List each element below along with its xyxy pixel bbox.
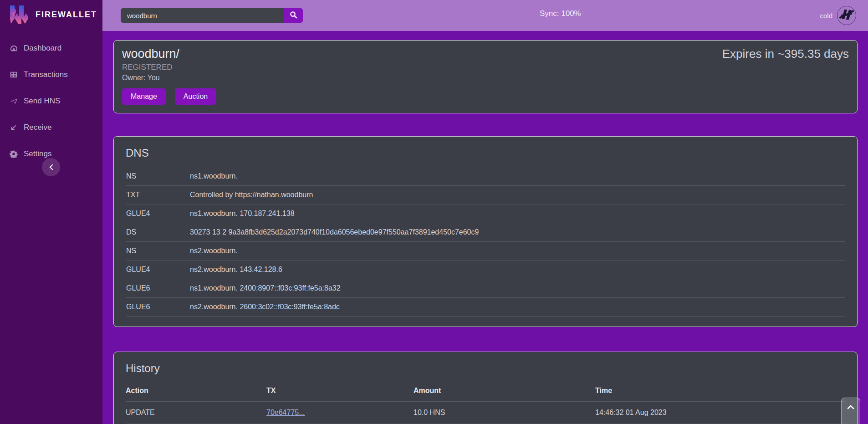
send-icon	[9, 97, 18, 106]
dns-record-row: NS ns2.woodburn.	[126, 242, 845, 261]
sync-status: Sync: 100%	[540, 9, 581, 18]
history-row: UPDATE 70e64775... 10.0 HNS 14:46:32 01 …	[126, 402, 845, 424]
dns-record-row: GLUE6 ns1.woodburn. 2400:8907::f03c:93ff…	[126, 279, 845, 298]
history-card-title: History	[122, 359, 849, 382]
sidebar-item-label: Receive	[24, 123, 51, 132]
auction-button[interactable]: Auction	[175, 88, 216, 105]
dns-record-row: GLUE4 ns2.woodburn. 143.42.128.6	[126, 261, 845, 279]
sidebar-item-label: Send HNS	[24, 97, 60, 106]
domain-owner: Owner: You	[122, 74, 849, 82]
domain-expiry: Expires in ~395.35 days	[722, 47, 849, 61]
dns-record-value: ns2.woodburn. 143.42.128.6	[190, 266, 845, 274]
sidebar-item-receive[interactable]: Receive	[0, 117, 102, 138]
dns-record-value: ns1.woodburn.	[190, 172, 845, 180]
sidebar-item-label: Transactions	[24, 70, 68, 79]
dns-record-type: TXT	[126, 191, 190, 199]
topbar: Sync: 100% cold	[102, 0, 868, 31]
domain-actions: Manage Auction	[122, 88, 849, 105]
gear-icon	[9, 149, 18, 158]
receive-arrow-icon	[9, 123, 18, 132]
domain-status: REGISTERED	[122, 63, 849, 72]
handshake-logo-icon	[837, 5, 856, 26]
dns-record-row: GLUE6 ns2.woodburn. 2600:3c02::f03c:93ff…	[126, 298, 845, 317]
sidebar-nav: Dashboard Transactions Send HNS Receive …	[0, 37, 102, 165]
dns-record-type: GLUE4	[126, 266, 190, 274]
brand: FIREWALLET	[0, 0, 102, 29]
sidebar-item-dashboard[interactable]: Dashboard	[0, 37, 102, 59]
dns-record-value: ns2.woodburn.	[190, 247, 845, 255]
manage-button[interactable]: Manage	[122, 88, 166, 105]
sidebar-item-send-hns[interactable]: Send HNS	[0, 90, 102, 112]
sidebar-collapse-button[interactable]	[42, 158, 60, 176]
dns-record-row: TXT Controlled by https://nathan.woodbur…	[126, 186, 845, 204]
history-header-action: Action	[126, 382, 266, 402]
sidebar-item-label: Settings	[24, 149, 51, 158]
history-time: 14:46:32 01 Aug 2023	[595, 402, 845, 424]
history-action: UPDATE	[126, 402, 266, 424]
dns-record-value: Controlled by https://nathan.woodburn	[190, 191, 845, 199]
search-icon	[290, 11, 297, 20]
dns-record-row: GLUE4 ns1.woodburn. 170.187.241.138	[126, 204, 845, 223]
sidebar-item-transactions[interactable]: Transactions	[0, 64, 102, 86]
chevron-up-icon	[847, 404, 854, 424]
gauge-icon	[9, 44, 18, 53]
dns-card: DNS NS ns1.woodburn. TXT Controlled by h…	[113, 136, 858, 327]
sidebar: FIREWALLET Dashboard Transactions Send H…	[0, 0, 102, 424]
scroll-to-top-button[interactable]	[841, 398, 860, 424]
dns-record-type: GLUE4	[126, 209, 190, 218]
search-group	[121, 8, 303, 23]
history-amount: 10.0 HNS	[414, 402, 595, 424]
dns-record-type: DS	[126, 228, 190, 236]
search-button[interactable]	[284, 8, 303, 23]
domain-card-head: woodburn/ Expires in ~395.35 days	[122, 47, 849, 61]
dns-record-row: NS ns1.woodburn.	[126, 167, 845, 186]
dns-record-type: GLUE6	[126, 303, 190, 311]
history-header-time: Time	[595, 382, 845, 402]
wallet-avatar[interactable]	[837, 6, 856, 25]
main-content: woodburn/ Expires in ~395.35 days REGIST…	[102, 31, 868, 424]
chevron-left-icon	[48, 162, 54, 173]
dns-card-title: DNS	[122, 144, 849, 167]
domain-title: woodburn/	[122, 47, 179, 61]
brand-name: FIREWALLET	[36, 10, 97, 20]
wallet-group: cold	[820, 0, 856, 31]
history-header-tx: TX	[266, 382, 414, 402]
dns-record-type: NS	[126, 247, 190, 255]
dns-record-value: 30273 13 2 9a3a8fb3d625d2a2073d740f10da6…	[190, 228, 845, 236]
dns-record-value: ns1.woodburn. 2400:8907::f03c:93ff:fe5a:…	[190, 284, 845, 292]
history-card: History Action TX Amount Time UPDATE 70e…	[113, 352, 858, 424]
dns-record-value: ns1.woodburn. 170.187.241.138	[190, 209, 845, 218]
history-header-row: Action TX Amount Time	[126, 382, 845, 402]
dns-record-type: GLUE6	[126, 284, 190, 292]
dns-record-type: NS	[126, 172, 190, 180]
search-input[interactable]	[121, 8, 284, 23]
dns-record-value: ns2.woodburn. 2600:3c02::f03c:93ff:fe5a:…	[190, 303, 845, 311]
sidebar-item-label: Dashboard	[24, 44, 61, 53]
domain-card: woodburn/ Expires in ~395.35 days REGIST…	[113, 40, 858, 113]
table-icon	[9, 70, 18, 79]
wallet-name: cold	[820, 12, 832, 20]
dns-record-row: DS 30273 13 2 9a3a8fb3d625d2a2073d740f10…	[126, 223, 845, 242]
firewallet-logo-icon	[9, 5, 29, 24]
tx-link[interactable]: 70e64775...	[266, 409, 305, 416]
history-header-amount: Amount	[414, 382, 595, 402]
